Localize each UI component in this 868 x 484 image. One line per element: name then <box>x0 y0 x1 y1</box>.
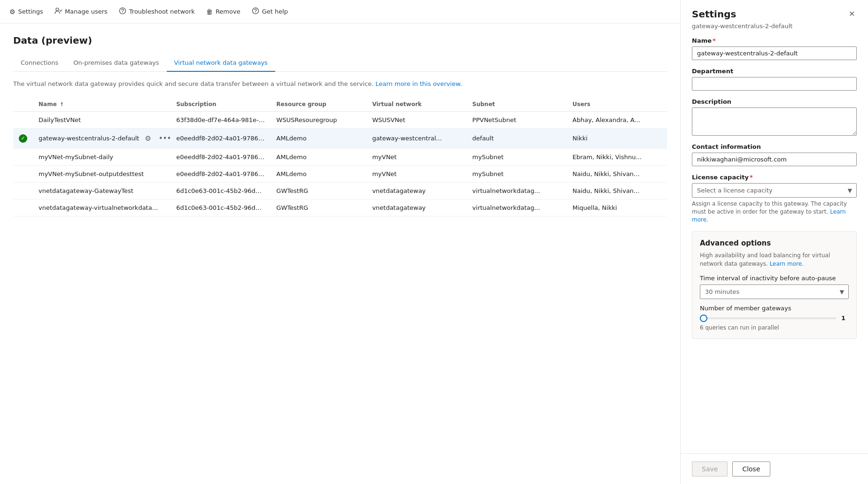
toolbar-troubleshoot[interactable]: Troubleshoot network <box>119 5 195 18</box>
department-label: Department <box>692 68 857 75</box>
col-header-users: Users <box>567 97 667 112</box>
settings-subtitle: gateway-westcentralus-2-default <box>681 22 868 37</box>
row-settings-icon[interactable]: ⚙ <box>143 133 153 144</box>
advanced-description: High availability and load balancing for… <box>700 251 849 268</box>
toolbar-remove-label: Remove <box>216 8 240 15</box>
member-gateways-slider[interactable] <box>700 317 837 319</box>
row-users: Ebram, Nikki, Vishnu... <box>567 148 667 165</box>
member-gateways-field: Number of member gateways 1 6 queries ca… <box>700 305 849 331</box>
svg-point-4 <box>255 12 256 13</box>
table-header-row: Name ↑ Subscription Resource group Virtu… <box>13 97 667 112</box>
row-icon-cell <box>13 148 33 165</box>
settings-title: Settings <box>692 8 736 20</box>
col-header-name[interactable]: Name ↑ <box>33 97 170 112</box>
license-field: License capacity* Select a license capac… <box>692 174 857 223</box>
row-name: gateway-westcentralus-2-default ⚙ ••• <box>33 128 170 148</box>
col-header-subnet: Subnet <box>467 97 567 112</box>
name-input[interactable] <box>692 46 857 60</box>
page-content: Data (preview) Connections On-premises d… <box>0 23 680 484</box>
main-panel: ⚙ Settings Manage users Troubles <box>0 0 680 484</box>
time-select[interactable]: 30 minutes 1 hour 2 hours 4 hours Never <box>700 284 849 299</box>
contact-input[interactable] <box>692 153 857 166</box>
row-more-icon[interactable]: ••• <box>157 133 170 144</box>
row-virtual-network: myVNet <box>366 148 466 165</box>
row-resource-group: GWTestRG <box>271 199 366 216</box>
table-row[interactable]: DailyTestVNet63f38d0e-df7e-464a-981e-47f… <box>13 111 667 128</box>
tab-on-premises[interactable]: On-premises data gateways <box>66 55 166 72</box>
table-row[interactable]: myVNet-mySubnet-dailye0eeddf8-2d02-4a01-… <box>13 148 667 165</box>
row-subscription: e0eeddf8-2d02-4a01-9786-92bb0e0cb... <box>170 128 271 148</box>
row-icon-cell <box>13 182 33 199</box>
sort-icon: ↑ <box>60 101 64 108</box>
settings-icon: ⚙ <box>9 8 16 15</box>
close-button[interactable]: Close <box>732 461 770 476</box>
time-select-wrapper: 30 minutes 1 hour 2 hours 4 hours Never … <box>700 284 849 299</box>
row-users: Miquella, Nikki <box>567 199 667 216</box>
col-header-virtual-network: Virtual network <box>366 97 466 112</box>
learn-more-link[interactable]: Learn more in this overview. <box>376 80 462 87</box>
row-virtual-network: vnetdatagateway <box>366 199 466 216</box>
settings-panel: Settings ✕ gateway-westcentralus-2-defau… <box>680 0 868 484</box>
table-row[interactable]: ✓ gateway-westcentralus-2-default ⚙ ••• … <box>13 128 667 148</box>
row-virtual-network: vnetdatagateway <box>366 182 466 199</box>
gateways-table: Name ↑ Subscription Resource group Virtu… <box>13 97 667 216</box>
row-subnet: mySubnet <box>467 148 567 165</box>
table-row[interactable]: myVNet-mySubnet-outputdestteste0eeddf8-2… <box>13 165 667 182</box>
row-virtual-network: myVNet <box>366 165 466 182</box>
tab-connections[interactable]: Connections <box>13 55 66 72</box>
row-virtual-network: gateway-westcentral... <box>366 128 466 148</box>
row-name: vnetdatagateway-virtualnetworkdata... <box>33 199 170 216</box>
row-resource-group: WSUSResouregroup <box>271 111 366 128</box>
row-users: Nikki <box>567 128 667 148</box>
toolbar-get-help[interactable]: Get help <box>252 5 288 18</box>
advanced-options-box: Advanced options High availability and l… <box>692 231 857 339</box>
table-row[interactable]: vnetdatagateway-virtualnetworkdata...6d1… <box>13 199 667 216</box>
license-select[interactable]: Select a license capacity <box>692 183 857 198</box>
settings-close-button[interactable]: ✕ <box>847 8 857 20</box>
toolbar-settings[interactable]: ⚙ Settings <box>9 6 43 17</box>
row-resource-group: AMLdemo <box>271 148 366 165</box>
row-subnet: virtualnetworkdatag... <box>467 182 567 199</box>
row-subscription: e0eeddf8-2d02-4a01-9786-92bb0e0cb... <box>170 148 271 165</box>
toolbar-get-help-label: Get help <box>262 8 288 15</box>
department-field: Department <box>692 68 857 91</box>
row-name: DailyTestVNet <box>33 111 170 128</box>
description-input[interactable] <box>692 108 857 136</box>
row-name: myVNet-mySubnet-outputdesttest <box>33 165 170 182</box>
row-subscription: 63f38d0e-df7e-464a-981e-47fa78f30861 <box>170 111 271 128</box>
row-icon-cell <box>13 111 33 128</box>
tabs-bar: Connections On-premises data gateways Vi… <box>13 55 667 72</box>
gateway-name-text: gateway-westcentralus-2-default <box>39 135 139 142</box>
row-icon-cell <box>13 165 33 182</box>
parallel-note: 6 queries can run in parallel <box>700 324 849 331</box>
remove-icon: 🗑 <box>206 8 213 15</box>
col-header-resource-group: Resource group <box>271 97 366 112</box>
license-note: Assign a license capacity to this gatewa… <box>692 200 857 223</box>
department-input[interactable] <box>692 77 857 91</box>
toolbar-remove[interactable]: 🗑 Remove <box>206 6 240 17</box>
toolbar-settings-label: Settings <box>18 8 43 15</box>
page-title: Data (preview) <box>13 35 667 46</box>
help-icon <box>252 7 259 16</box>
table-row[interactable]: vnetdatagateway-GatewayTest6d1c0e63-001c… <box>13 182 667 199</box>
troubleshoot-icon <box>119 7 126 16</box>
tab-description: The virtual network data gateway provide… <box>13 79 667 89</box>
svg-point-2 <box>122 12 123 13</box>
settings-form: Name* Department Description Contact inf… <box>681 37 868 350</box>
license-label: License capacity* <box>692 174 857 181</box>
row-subscription: 6d1c0e63-001c-45b2-96d7-d092e94c8... <box>170 182 271 199</box>
svg-point-0 <box>56 8 59 11</box>
description-field: Description <box>692 98 857 136</box>
col-header-subscription: Subscription <box>170 97 271 112</box>
toolbar-troubleshoot-label: Troubleshoot network <box>129 8 195 15</box>
save-button[interactable]: Save <box>692 461 728 476</box>
tab-virtual-network[interactable]: Virtual network data gateways <box>167 55 275 72</box>
toolbar-manage-users-label: Manage users <box>65 8 108 15</box>
row-icon-cell <box>13 199 33 216</box>
time-interval-label: Time interval of inactivity before auto-… <box>700 275 849 282</box>
toolbar-manage-users[interactable]: Manage users <box>54 5 108 18</box>
col-header-icon <box>13 97 33 112</box>
advanced-learn-more-link[interactable]: Learn more. <box>770 261 804 267</box>
toolbar: ⚙ Settings Manage users Troubles <box>0 0 680 23</box>
row-name: myVNet-mySubnet-daily <box>33 148 170 165</box>
